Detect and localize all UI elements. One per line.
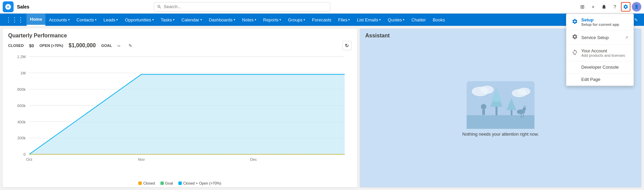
nav-item-list-emails[interactable]: List Emails ▾: [353, 14, 384, 26]
chevron-down-icon: ▾: [403, 18, 405, 21]
svg-point-29: [481, 104, 486, 109]
service-setup-icon: [572, 34, 578, 41]
open-label: OPEN (>70%): [39, 44, 63, 48]
legend-closed-label: Closed: [143, 181, 155, 185]
external-link-icon: ↗: [625, 35, 628, 40]
nav-item-chatter[interactable]: Chatter: [408, 14, 429, 26]
svg-text:600k: 600k: [17, 103, 26, 107]
goal-value: --: [117, 43, 120, 48]
panel-stats: CLOSED $0 OPEN (>70%) $1,000,000 GOAL --…: [3, 39, 357, 50]
top-bar-right: ⊞ + ? 👤: [578, 2, 641, 12]
svg-point-20: [480, 86, 494, 94]
legend-goal: Goal: [160, 181, 173, 185]
legend-closed: Closed: [138, 181, 155, 185]
quarterly-performance-panel: Quarterly Performance CLOSED $0 OPEN (>7…: [3, 29, 357, 187]
nav-item-notes[interactable]: Notes ▾: [239, 14, 260, 26]
svg-marker-14: [29, 74, 345, 154]
chart-container: 1.2M 1M 800k 600k 400k 200k 0: [8, 53, 352, 165]
gear-button[interactable]: [621, 2, 630, 12]
svg-text:1M: 1M: [20, 71, 26, 75]
avatar[interactable]: 👤: [632, 2, 641, 12]
nav-item-reports[interactable]: Reports ▾: [260, 14, 285, 26]
chevron-down-icon: ▾: [200, 18, 202, 21]
chevron-down-icon: ▾: [279, 18, 281, 21]
nav-grid-button[interactable]: ⋮⋮⋮: [3, 16, 26, 23]
chevron-down-icon: ▾: [95, 18, 97, 21]
nav-item-files[interactable]: Files ▾: [335, 14, 353, 26]
closed-value: $0: [29, 43, 34, 48]
chart-svg: 1.2M 1M 800k 600k 400k 200k 0: [8, 53, 352, 165]
add-button[interactable]: +: [588, 2, 598, 12]
svg-point-22: [518, 88, 530, 95]
dropdown-item-edit-page[interactable]: Edit Page: [566, 73, 633, 86]
svg-text:Nov: Nov: [138, 157, 145, 161]
closed-label: CLOSED: [8, 44, 24, 48]
main-content: Quarterly Performance CLOSED $0 OPEN (>7…: [0, 26, 644, 190]
svg-rect-30: [482, 109, 485, 115]
svg-text:Dec: Dec: [250, 157, 257, 161]
your-account-icon: [572, 49, 578, 57]
top-bar: Sales ⊞ + ? 👤: [0, 0, 644, 14]
chevron-down-icon: ▾: [152, 18, 154, 21]
chevron-down-icon: ▾: [68, 18, 70, 21]
dropdown-edit-page-label: Edit Page: [581, 77, 600, 82]
nav-item-home[interactable]: Home: [26, 14, 45, 26]
search-icon: [157, 4, 161, 9]
setup-dropdown: Setup Setup for current app Service Setu…: [566, 14, 634, 86]
legend-closed-dot: [138, 182, 142, 185]
chart-legend: Closed Goal Closed + Open (>70%): [3, 179, 357, 187]
app-name: Sales: [17, 4, 30, 10]
help-button[interactable]: ?: [610, 2, 620, 12]
open-value: $1,000,000: [69, 42, 96, 49]
dropdown-developer-console-label: Developer Console: [581, 65, 619, 70]
legend-goal-label: Goal: [165, 181, 173, 185]
legend-open: Closed + Open (>70%): [178, 181, 221, 185]
nav-bar: ⋮⋮⋮ Home Accounts ▾ Contacts ▾ Leads ▾ O…: [0, 14, 644, 26]
app-logo[interactable]: [3, 1, 14, 12]
dropdown-your-account-label: Your Account Add products and licenses: [581, 48, 625, 57]
assistant-illustration: [467, 81, 534, 129]
chevron-down-icon: ▾: [379, 18, 381, 21]
nav-item-books[interactable]: Books: [429, 14, 448, 26]
grid-button[interactable]: ⊞: [578, 2, 587, 12]
nav-item-accounts[interactable]: Accounts ▾: [45, 14, 73, 26]
nav-item-quotes[interactable]: Quotes ▾: [384, 14, 408, 26]
chevron-down-icon: ▾: [304, 18, 305, 21]
dropdown-setup-label: Setup Setup for current app: [581, 17, 619, 27]
setup-gear-icon: [572, 18, 578, 26]
dropdown-item-setup[interactable]: Setup Setup for current app: [566, 14, 633, 30]
svg-text:800k: 800k: [17, 87, 26, 91]
chevron-down-icon: ▾: [116, 18, 118, 21]
nav-item-contacts[interactable]: Contacts ▾: [73, 14, 100, 26]
dropdown-item-your-account[interactable]: Your Account Add products and licenses: [566, 45, 633, 61]
panel-title: Quarterly Performance: [8, 33, 67, 38]
dropdown-item-developer-console[interactable]: Developer Console: [566, 61, 633, 73]
legend-open-dot: [178, 182, 182, 185]
refresh-button[interactable]: ↻: [342, 41, 352, 50]
search-bar[interactable]: [154, 2, 330, 12]
nav-item-tasks[interactable]: Tasks ▾: [157, 14, 178, 26]
nav-item-calendar[interactable]: Calendar ▾: [178, 14, 206, 26]
svg-text:200k: 200k: [17, 136, 26, 140]
nav-item-forecasts[interactable]: Forecasts: [309, 14, 335, 26]
chevron-down-icon: ▾: [348, 18, 350, 21]
svg-rect-23: [467, 115, 534, 129]
nav-item-groups[interactable]: Groups ▾: [285, 14, 309, 26]
nav-item-leads[interactable]: Leads ▾: [100, 14, 121, 26]
search-input[interactable]: [164, 4, 328, 9]
panel-header: Quarterly Performance: [3, 29, 357, 39]
dropdown-service-setup-label: Service Setup: [581, 35, 609, 40]
nav-item-opportunities[interactable]: Opportunities ▾: [121, 14, 157, 26]
legend-open-label: Closed + Open (>70%): [183, 181, 221, 185]
svg-text:400k: 400k: [17, 120, 26, 124]
bell-button[interactable]: [599, 2, 609, 12]
nav-item-dashboards[interactable]: Dashboards ▾: [206, 14, 239, 26]
chart-area: 1.2M 1M 800k 600k 400k 200k 0: [3, 50, 357, 179]
edit-goal-button[interactable]: ✎: [126, 41, 135, 50]
svg-text:1.2M: 1.2M: [17, 55, 25, 59]
chevron-down-icon: ▾: [173, 18, 175, 21]
dropdown-item-service-setup[interactable]: Service Setup ↗: [566, 30, 633, 45]
svg-text:Oct: Oct: [26, 157, 32, 161]
chevron-down-icon: ▾: [255, 18, 256, 21]
svg-point-32: [523, 107, 526, 111]
